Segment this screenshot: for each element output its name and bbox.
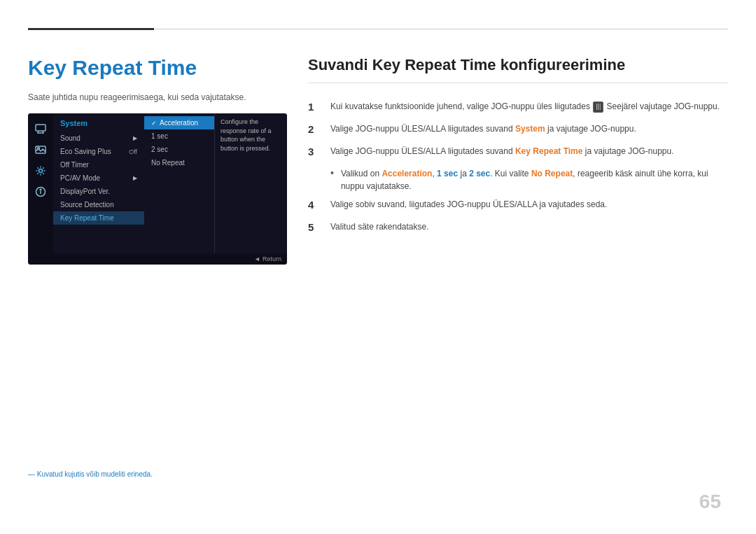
sub-item-norepeat: No Repeat: [144, 156, 214, 169]
svg-point-6: [39, 169, 43, 173]
left-column: Key Repeat Time Saate juhtida nupu reage…: [28, 42, 294, 265]
section-title: Suvandi Key Repeat Time konfigureerimine: [308, 56, 728, 83]
menu-item-pcav: PC/AV Mode ▶: [53, 171, 144, 185]
icon-picture: [29, 140, 52, 160]
step-text-3: Valige JOG-nuppu ÜLES/ALLA liigutades su…: [330, 145, 674, 157]
return-bar: ◄ Return: [28, 253, 287, 265]
help-text-area: Configure the response rate of a button …: [214, 113, 287, 253]
footnote-text: — Kuvatud kujutis võib mudeliti erineda.: [28, 470, 153, 478]
menu-item-source: Source Detection: [53, 198, 144, 211]
sub-item-acceleration: ✓ Acceleration: [144, 116, 214, 129]
step-1: 1 Kui kuvatakse funktsioonide juhend, va…: [308, 100, 728, 113]
highlight-keyrepeat: Key Repeat Time: [515, 146, 583, 156]
step-number-2: 2: [308, 123, 322, 135]
menu-item-sound: Sound ▶: [53, 132, 144, 145]
menu-header: System: [53, 116, 144, 132]
page-number: 65: [699, 491, 721, 513]
menu-item-keyrepeat: Key Repeat Time: [53, 211, 144, 225]
top-line-light: [154, 29, 728, 29]
monitor-ui: System Sound ▶ Eco Saving Plus Off Off T…: [28, 113, 287, 265]
step-text-1: Kui kuvatakse funktsioonide juhend, vali…: [330, 100, 720, 113]
kbd-icon: |||: [593, 101, 603, 113]
page-title: Key Repeat Time: [28, 56, 294, 80]
step-number-4: 4: [308, 199, 322, 211]
highlight-2sec: 2 sec: [469, 169, 490, 178]
step-5: 5 Valitud säte rakendatakse.: [308, 220, 728, 233]
sub-item-1sec: 1 sec: [144, 129, 214, 143]
step-text-5: Valitud säte rakendatakse.: [330, 220, 429, 233]
icon-info: [29, 182, 52, 202]
highlight-acceleration: Acceleration: [382, 169, 432, 178]
step-4: 4 Valige sobiv suvand, liigutades JOG-nu…: [308, 198, 728, 211]
step-2: 2 Valige JOG-nuppu ÜLES/ALLA liigutades …: [308, 122, 728, 135]
footnote: — Kuvatud kujutis võib mudeliti erineda.: [28, 470, 155, 478]
bullet-item: • Valikud on Acceleration, 1 sec ja 2 se…: [330, 167, 728, 192]
help-text: Configure the response rate of a button …: [220, 118, 281, 153]
top-divider: [28, 28, 728, 30]
icon-sidebar: [28, 113, 53, 253]
sub-menu: ✓ Acceleration 1 sec 2 sec No Repeat: [144, 113, 214, 253]
highlight-system: System: [515, 124, 545, 134]
step-number-3: 3: [308, 146, 322, 157]
highlight-1sec: 1 sec: [437, 169, 458, 178]
return-label: Return: [262, 255, 281, 262]
menu-item-offtimer: Off Timer: [53, 158, 144, 171]
step-number-1: 1: [308, 101, 322, 113]
subtitle-text: Saate juhtida nupu reageerimisaega, kui …: [28, 92, 294, 102]
return-button: ◄ Return: [254, 255, 281, 262]
menu-item-ecosaving: Eco Saving Plus Off: [53, 145, 144, 158]
step-number-5: 5: [308, 221, 322, 233]
step-3: 3 Valige JOG-nuppu ÜLES/ALLA liigutades …: [308, 145, 728, 157]
icon-settings: [29, 161, 52, 181]
main-menu: System Sound ▶ Eco Saving Plus Off Off T…: [53, 113, 144, 253]
sub-item-2sec: 2 sec: [144, 143, 214, 156]
menu-item-displayport: DisplayPort Ver.: [53, 185, 144, 198]
top-line-dark: [28, 28, 154, 30]
highlight-norepeat: No Repeat: [531, 169, 573, 178]
icon-monitor: [29, 119, 52, 139]
svg-rect-0: [36, 125, 46, 131]
step-text-4: Valige sobiv suvand, liigutades JOG-nupp…: [330, 198, 607, 211]
step-text-2: Valige JOG-nuppu ÜLES/ALLA liigutades su…: [330, 122, 636, 135]
bullet-dot: •: [330, 167, 334, 178]
right-column: Suvandi Key Repeat Time konfigureerimine…: [308, 42, 728, 243]
svg-point-9: [40, 189, 41, 190]
bullet-text: Valikud on Acceleration, 1 sec ja 2 sec.…: [341, 167, 728, 192]
